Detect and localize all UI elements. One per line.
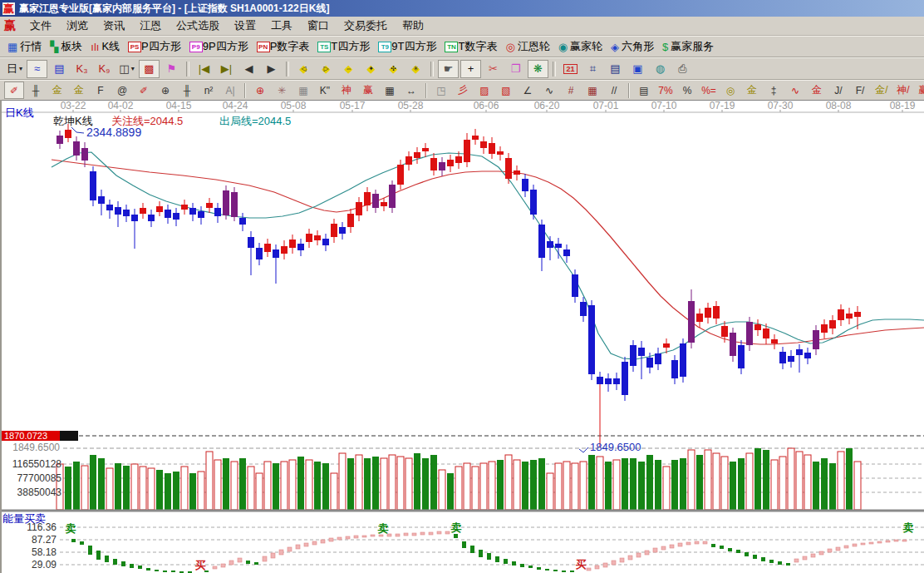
nav-first-button[interactable]: |◀ [194,60,214,78]
toolbar-button-gann-wheel[interactable]: ◎江恩轮 [505,39,549,54]
percent-grid-2-button[interactable]: ▦ [582,82,602,99]
menu-item-9[interactable]: 帮助 [395,17,431,35]
kline-3-button[interactable]: K₃ [71,60,92,78]
corner-ruler-button[interactable]: ◳ [431,82,451,99]
rays-red-button[interactable]: 彡 [453,82,473,99]
hand-tool-button[interactable]: ☛ [438,60,459,78]
grid-tool-button[interactable]: ╫ [26,82,46,99]
flask-tool-button[interactable]: ◫▾ [116,60,137,78]
candlestick [730,333,736,356]
toolbar-button-p-square[interactable]: PSP四方形 [128,39,181,54]
percent-grid-1-button[interactable]: # [561,82,581,99]
ruler-123-button[interactable]: ▦ [380,82,400,99]
hatch-1-button[interactable]: ▨ [474,82,494,99]
target-circle-button[interactable]: ⊕ [250,82,270,99]
menu-item-6[interactable]: 工具 [263,17,300,35]
toolbar-separator [628,83,630,98]
toolbar-button-p-digits[interactable]: PNP数字表 [257,39,310,54]
gold-red-button[interactable]: 金 [807,82,827,99]
toolbar-button-kline[interactable]: ılıK线 [91,39,120,54]
zoom-left-button[interactable]: ◆◁ [293,60,314,78]
notepad-button[interactable]: ▤ [605,60,626,78]
f-ruler-button[interactable]: F [91,82,111,99]
pen-candle-icon: ‡ [771,85,777,96]
shen-angle-button[interactable]: 神/ [893,82,913,99]
win-angle-button[interactable]: 赢/ [915,82,924,99]
menu-item-0[interactable]: 文件 [22,17,59,35]
menu-item-8[interactable]: 交易委托 [337,17,395,35]
zoom-right-button[interactable]: ◆▷ [316,60,337,78]
f-angle-button[interactable]: F/ [850,82,870,99]
j-angle-button[interactable]: J/ [828,82,848,99]
toolbar-button-winner-service[interactable]: $赢家服务 [662,39,714,54]
percent-lines-button[interactable]: %= [699,82,719,99]
wave-red-button[interactable]: ∿ [785,82,805,99]
draw-mode-button[interactable]: ≈ [27,60,47,78]
chart-area[interactable]: 03-2204-0204-1504-2405-0805-1705-2806-06… [0,100,924,573]
wave-tool-button[interactable]: ∿ [539,82,559,99]
save-button[interactable]: ▣ [627,60,648,78]
gold-circle-button[interactable]: ◎ [720,82,740,99]
zoom-out-button[interactable]: ◆✣ [383,60,404,78]
menu-item-3[interactable]: 江恩 [132,17,169,35]
web-red-button[interactable]: ✳ [272,82,292,99]
toolbar-button-sectors[interactable]: ▚板块 [50,39,82,54]
gold-lines-button[interactable]: 金 [742,82,762,99]
kline-chart-canvas[interactable]: 03-2204-0204-1504-2405-0805-1705-2806-06… [0,101,924,573]
toolbar-button-t-digits[interactable]: TNT数字表 [445,39,497,54]
k-marks-button[interactable]: K" [315,82,335,99]
gantt-tool-button[interactable]: ▤ [634,82,654,99]
toolbar-button-hexagon[interactable]: ◈六角形 [611,39,654,54]
width-tool-button[interactable]: ↔ [401,82,421,99]
flag-tool-button[interactable]: ⚑ [161,60,182,78]
win-tool-button[interactable]: 赢 [358,82,378,99]
print-button[interactable]: ⎙ [672,60,693,78]
calculator-button[interactable]: ⌗ [582,60,603,78]
circle-arrow-button[interactable]: ⊕ [155,82,175,99]
menu-item-5[interactable]: 设置 [227,17,263,35]
pen-candle-button[interactable]: ‡ [764,82,784,99]
period-selector-button[interactable]: 日▾ [4,60,25,78]
gann-grid-2-button[interactable]: 金 [69,82,89,99]
menu-item-2[interactable]: 资讯 [96,17,132,35]
angle-lines-button[interactable]: ∠ [518,82,538,99]
toolbar-button-t-square[interactable]: TST四方形 [317,39,370,54]
n-square-button[interactable]: n² [199,82,219,99]
menu-logo-icon: 赢 [4,18,16,33]
pen-2-button[interactable]: ✐ [134,82,154,99]
shen-tool-button[interactable]: 神 [337,82,356,99]
gold-angle-button[interactable]: 金/ [872,82,892,99]
toolbar-button-9p-square[interactable]: P99P四方形 [189,39,248,54]
text-tool-button[interactable]: A| [220,82,240,99]
zoom-horizontal-button[interactable]: ◆⇔ [338,60,359,78]
network-button[interactable]: ◍ [650,60,671,78]
cut-tool-button[interactable]: ✂ [483,60,504,78]
web-grid-button[interactable]: ▦ [293,82,313,99]
kline-9-button[interactable]: K₉ [94,60,115,78]
toolbar-button-winner-wheel[interactable]: ◉赢家轮 [558,39,602,54]
order-note-button[interactable]: ▤ [49,60,70,78]
menu-item-4[interactable]: 公式选股 [169,17,227,35]
spiral-tool-button[interactable]: @ [112,82,132,99]
nav-prev-button[interactable]: ◀ [238,60,259,78]
toolbar-button-quotes[interactable]: ▦行情 [7,39,42,54]
slash-lines-button[interactable]: // [604,82,624,99]
zoom-in-button[interactable]: ◆✦ [361,60,381,78]
calendar-21-button[interactable]: 21 [560,60,581,78]
gann-grid-1-button[interactable]: 金 [47,82,67,99]
percent-tool-button[interactable]: % [677,82,697,99]
red-stamp-button[interactable]: ▩ [139,60,160,78]
grid-2-button[interactable]: ╫ [177,82,197,99]
menu-item-7[interactable]: 窗口 [300,17,337,35]
menu-item-1[interactable]: 浏览 [59,17,96,35]
toolbar-button-9t-square[interactable]: T99T四方形 [378,39,436,54]
nav-last-button[interactable]: ▶| [216,60,237,78]
nav-next-button[interactable]: ▶ [261,60,282,78]
seven-percent-button[interactable]: 7% [656,82,676,99]
zoom-reset-button[interactable]: ◆✳ [405,60,426,78]
pen-red-button[interactable]: ✐ [4,82,24,99]
hatch-2-button[interactable]: ▧ [496,82,516,99]
smart-tool-button[interactable]: ❋ [528,60,548,78]
crosshair-tool-button[interactable]: + [460,60,481,78]
stamp-tool-button[interactable]: ❐ [505,60,526,78]
